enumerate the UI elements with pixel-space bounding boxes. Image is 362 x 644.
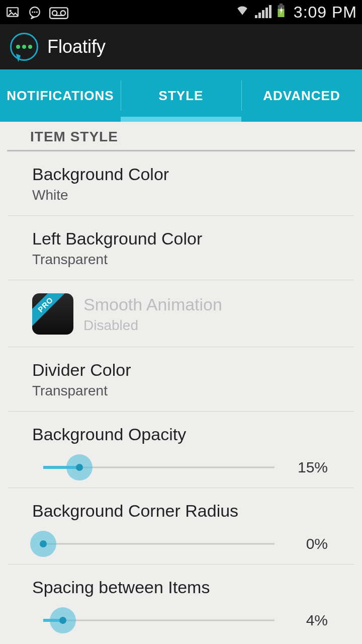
svg-point-4 — [34, 11, 35, 13]
setting-value: White — [32, 187, 330, 203]
setting-value: Disabled — [83, 317, 222, 334]
setting-title: Divider Color — [32, 360, 330, 380]
pro-badge-icon: PRO — [32, 293, 73, 335]
setting-title: Smooth Animation — [83, 295, 222, 314]
svg-point-8 — [61, 11, 66, 16]
slider-thumb[interactable] — [50, 607, 76, 633]
clock: 3:09 PM — [294, 3, 357, 22]
picture-icon — [5, 6, 20, 19]
setting-title: Background Color — [32, 165, 330, 184]
setting-divider-color[interactable]: Divider Color Transparent — [8, 347, 354, 412]
setting-smooth-animation[interactable]: PRO Smooth Animation Disabled — [8, 280, 354, 347]
voicemail-icon — [49, 6, 64, 19]
section-item-style: ITEM STYLE — [7, 122, 355, 151]
svg-point-3 — [32, 11, 33, 13]
setting-spacing[interactable]: Spacing between Items 4% — [8, 565, 354, 640]
tab-style[interactable]: STYLE — [121, 69, 241, 122]
battery-icon — [277, 4, 286, 21]
content[interactable]: ITEM STYLE Background Color White Left B… — [0, 122, 362, 640]
setting-title: Background Opacity — [32, 425, 330, 444]
svg-rect-12 — [280, 4, 283, 5]
slider-thumb[interactable] — [30, 531, 56, 557]
setting-title: Left Background Color — [32, 229, 330, 249]
radius-slider[interactable] — [32, 533, 275, 555]
slider-thumb[interactable] — [66, 454, 93, 480]
setting-corner-radius[interactable]: Background Corner Radius 0% — [8, 488, 354, 565]
setting-title: Background Corner Radius — [32, 501, 330, 521]
wifi-icon — [235, 4, 250, 21]
status-left — [5, 6, 64, 19]
setting-left-background-color[interactable]: Left Background Color Transparent — [8, 216, 354, 280]
slider-value: 15% — [290, 459, 330, 476]
chat-icon — [27, 6, 42, 19]
setting-value: Transparent — [32, 252, 330, 268]
app-title: Floatify — [47, 36, 106, 57]
opacity-slider[interactable] — [32, 456, 275, 478]
status-right: 3:09 PM — [235, 3, 357, 22]
svg-point-5 — [36, 11, 38, 13]
status-bar: 3:09 PM — [0, 0, 362, 24]
app-logo-icon — [10, 33, 38, 61]
setting-value: Transparent — [32, 383, 330, 399]
setting-background-color[interactable]: Background Color White — [8, 151, 354, 216]
tab-advanced[interactable]: ADVANCED — [241, 69, 362, 122]
pro-ribbon: PRO — [32, 293, 67, 327]
slider-value: 4% — [290, 612, 330, 629]
signal-icon — [255, 6, 272, 18]
svg-point-1 — [10, 10, 12, 12]
app-bar: Floatify — [0, 24, 362, 69]
tabs: NOTIFICATIONS STYLE ADVANCED — [0, 69, 362, 122]
spacing-slider[interactable] — [32, 609, 275, 631]
slider-value: 0% — [290, 535, 330, 552]
svg-point-7 — [52, 11, 57, 16]
setting-title: Spacing between Items — [32, 578, 330, 597]
setting-background-opacity[interactable]: Background Opacity 15% — [8, 412, 354, 488]
tab-notifications[interactable]: NOTIFICATIONS — [0, 69, 121, 122]
